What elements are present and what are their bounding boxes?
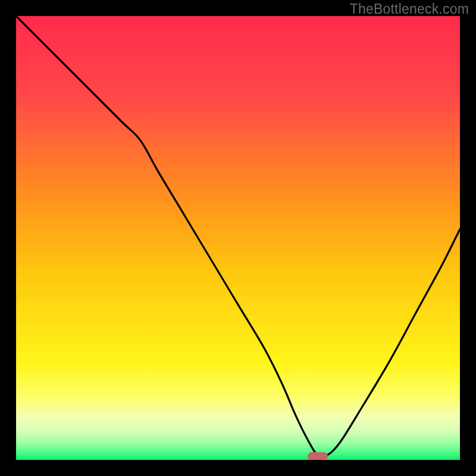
branding-watermark: TheBottleneck.com [350,1,469,17]
plot-area [16,16,460,460]
chart-frame: TheBottleneck.com [0,0,476,476]
bottleneck-curve [16,16,460,460]
optimum-marker [308,452,328,460]
